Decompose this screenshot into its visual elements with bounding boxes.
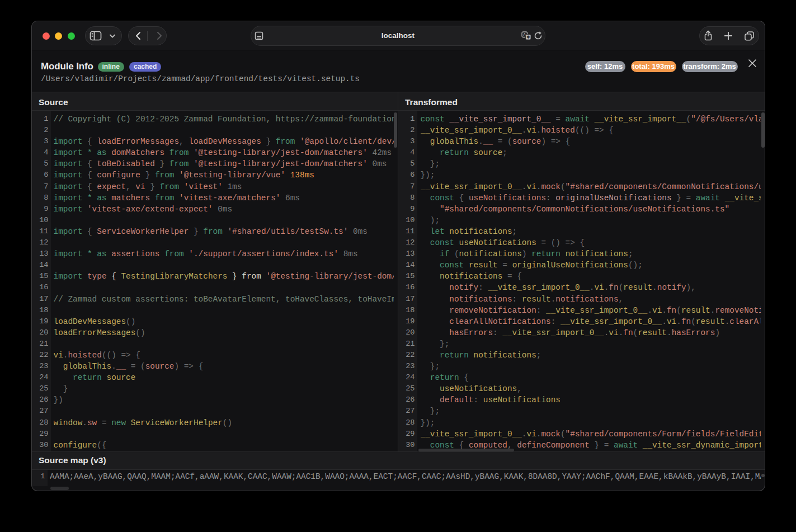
svg-text:✱: ✱	[526, 35, 530, 40]
